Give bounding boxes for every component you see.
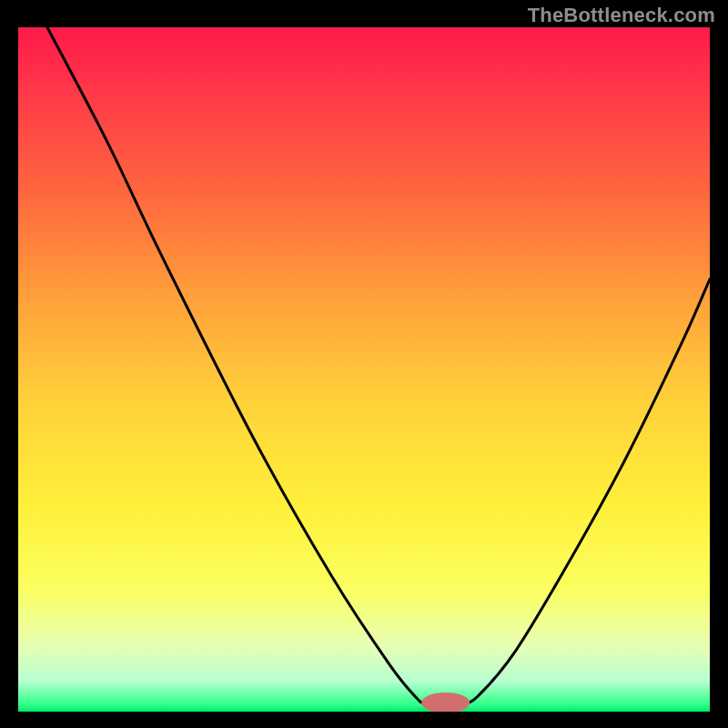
plot-background (18, 27, 710, 712)
watermark-text: TheBottleneck.com (528, 4, 715, 27)
chart-frame: TheBottleneck.com (0, 0, 728, 728)
bottleneck-chart (18, 27, 710, 712)
